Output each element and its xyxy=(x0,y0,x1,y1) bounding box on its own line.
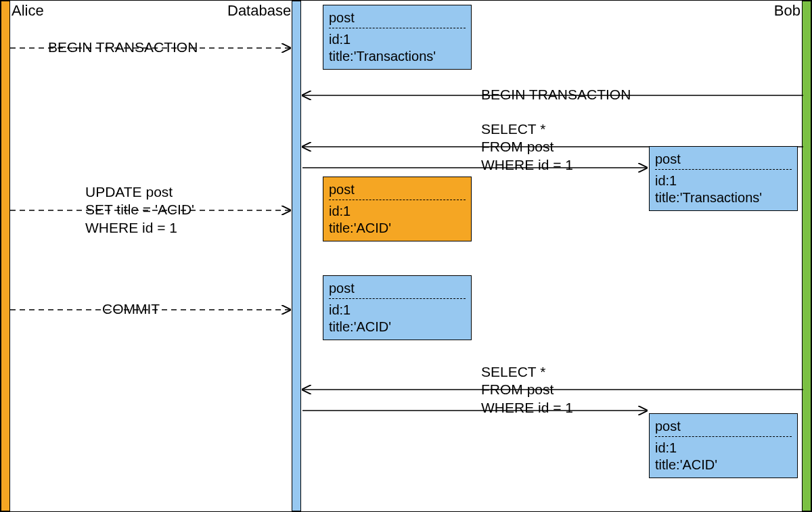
state-db-3-header: post xyxy=(329,280,466,297)
msg-alice-update: UPDATE post SET title = 'ACID' WHERE id … xyxy=(85,183,194,237)
state-bob-1-id: id:1 xyxy=(655,172,792,189)
lifeline-database xyxy=(292,1,301,511)
state-db-3-id: id:1 xyxy=(329,302,466,319)
actor-database-label: Database xyxy=(227,2,291,20)
state-db-2-header: post xyxy=(329,181,466,198)
state-bob-1: post id:1 title:'Transactions' xyxy=(649,146,798,211)
state-db-2-title: title:'ACID' xyxy=(329,220,466,237)
state-db-2-id: id:1 xyxy=(329,203,466,220)
state-db-1-title: title:'Transactions' xyxy=(329,48,466,65)
msg-bob-begin: BEGIN TRANSACTION xyxy=(481,86,631,103)
state-bob-2: post id:1 title:'ACID' xyxy=(649,413,798,478)
state-db-3-title: title:'ACID' xyxy=(329,319,466,335)
msg-alice-begin: BEGIN TRANSACTION xyxy=(48,39,198,56)
state-bob-2-header: post xyxy=(655,418,792,435)
state-bob-2-title: title:'ACID' xyxy=(655,457,792,473)
state-bob-1-header: post xyxy=(655,151,792,168)
state-bob-1-title: title:'Transactions' xyxy=(655,189,792,206)
actor-alice-label: Alice xyxy=(12,2,44,20)
msg-alice-commit: COMMIT xyxy=(102,300,160,318)
msg-bob-select-1: SELECT * FROM post WHERE id = 1 xyxy=(481,120,573,174)
state-bob-2-id: id:1 xyxy=(655,440,792,457)
state-db-1-header: post xyxy=(329,9,466,26)
lifeline-bob xyxy=(802,1,811,511)
sequence-diagram: Alice Database Bob BEGIN TRANSACTION UPD… xyxy=(0,0,812,512)
state-db-1-id: id:1 xyxy=(329,31,466,48)
state-db-3: post id:1 title:'ACID' xyxy=(323,275,472,340)
lifeline-alice xyxy=(1,1,10,511)
msg-bob-select-2: SELECT * FROM post WHERE id = 1 xyxy=(481,363,573,417)
state-db-1: post id:1 title:'Transactions' xyxy=(323,5,472,70)
actor-bob-label: Bob xyxy=(774,2,800,20)
state-db-2: post id:1 title:'ACID' xyxy=(323,177,472,241)
